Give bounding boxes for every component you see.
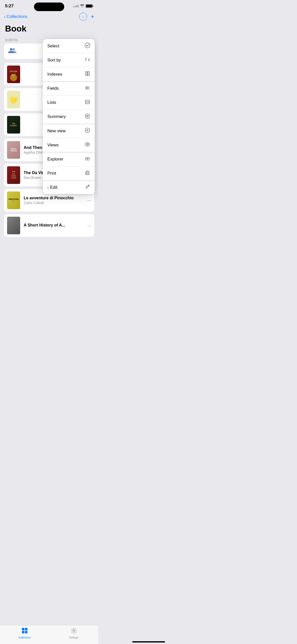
summary-icon [85, 113, 90, 120]
menu-explorer-label: Explorer [47, 157, 63, 162]
menu-item-indexes[interactable]: Indexes [43, 67, 95, 81]
back-chevron-icon: ‹ [4, 14, 6, 19]
svg-point-1 [12, 48, 15, 51]
list-item: A Short History of A... ··· [4, 214, 94, 237]
edit-icon [85, 184, 90, 190]
status-bar: 5:27 [0, 0, 98, 11]
dynamic-island [34, 3, 64, 11]
menu-summary-label: Summary [47, 114, 66, 119]
index-icon [85, 71, 90, 78]
book-menu-button[interactable]: ··· [85, 223, 91, 228]
nav-right-icons: ··· + [79, 13, 94, 21]
subcollections-label: SUBCOL [5, 38, 18, 42]
add-button[interactable]: + [91, 14, 94, 20]
sort-icon [85, 57, 90, 63]
page-title-section: Book [0, 23, 98, 36]
book-cover [7, 217, 20, 234]
svg-point-12 [85, 158, 87, 160]
svg-point-4 [87, 73, 88, 74]
book-author: Carlo Collodi [24, 201, 85, 205]
context-menu: Select Sort by Indexes [43, 39, 95, 194]
svg-point-7 [86, 88, 87, 89]
binoculars-icon [85, 156, 90, 163]
book-cover: AgathaChristie [7, 141, 20, 159]
menu-item-select[interactable]: Select [43, 39, 95, 53]
plus-circle-icon [85, 127, 90, 134]
menu-item-views[interactable]: Views [43, 138, 95, 152]
menu-item-newview[interactable]: New view [43, 124, 95, 138]
fields-icon [85, 85, 90, 92]
menu-item-print[interactable]: Print [43, 167, 95, 181]
menu-item-edit[interactable]: › Edit [43, 181, 95, 194]
svg-point-13 [87, 158, 89, 160]
lists-icon [85, 99, 90, 106]
svg-point-0 [10, 48, 12, 51]
menu-item-fields[interactable]: Fields [43, 82, 95, 96]
svg-rect-8 [85, 100, 89, 104]
book-info: Le avventure di Pinocchio Carlo Collodi [24, 196, 85, 205]
book-cover: POTTER🦅 [7, 66, 20, 83]
menu-sort-label: Sort by [47, 58, 61, 63]
wifi-icon [80, 4, 84, 8]
menu-newview-label: New view [47, 128, 66, 134]
edit-arrow-icon: › [47, 185, 49, 189]
menu-lists-label: Lists [47, 100, 56, 105]
status-icons [73, 4, 93, 8]
menu-print-label: Print [47, 171, 56, 176]
book-info: A Short History of A... [24, 223, 85, 228]
menu-item-summary[interactable]: Summary [43, 110, 95, 124]
svg-rect-15 [86, 173, 88, 175]
book-cover: THEHOBBIT [7, 116, 20, 134]
page-title: Book [5, 24, 26, 33]
people-icon [8, 47, 17, 55]
svg-point-6 [86, 87, 87, 88]
menu-select-label: Select [47, 44, 59, 49]
back-button[interactable]: ‹ Collections [4, 14, 27, 19]
print-icon [85, 170, 90, 177]
eye-icon [85, 142, 90, 148]
svg-point-16 [86, 173, 86, 173]
book-menu-button[interactable]: ··· [85, 198, 91, 203]
menu-edit-label: › Edit [47, 185, 57, 190]
ellipsis-icon: ··· [82, 15, 85, 19]
svg-point-2 [85, 43, 90, 48]
svg-point-5 [86, 86, 87, 87]
menu-indexes-label: Indexes [47, 72, 62, 77]
book-cover: THEDAVINCICODE [7, 166, 20, 184]
status-time: 5:27 [5, 4, 14, 9]
menu-item-sort[interactable]: Sort by [43, 53, 95, 67]
checkmark-circle-icon [85, 43, 90, 49]
menu-item-lists[interactable]: Lists [43, 96, 95, 110]
battery-icon [86, 4, 93, 8]
ellipsis-button[interactable]: ··· [79, 13, 87, 21]
book-cover: PINOCCHIO🎭 [7, 191, 20, 209]
book-title: Le avventure di Pinocchio [24, 196, 85, 200]
signal-icon [73, 5, 79, 7]
menu-views-label: Views [47, 143, 59, 148]
navigation-bar: ‹ Collections ··· + [0, 11, 98, 23]
book-cover: 🌟 [7, 91, 20, 108]
book-title: A Short History of A... [24, 223, 85, 228]
menu-fields-label: Fields [47, 86, 59, 91]
svg-point-11 [87, 144, 88, 145]
menu-item-explorer[interactable]: Explorer [43, 152, 95, 167]
back-label: Collections [7, 14, 27, 19]
